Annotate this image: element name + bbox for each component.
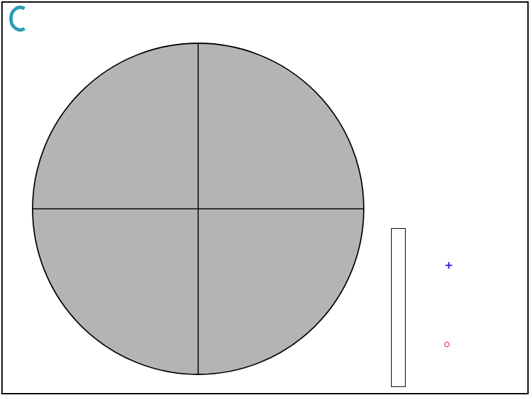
circle-marker-icon [444,342,450,347]
skymap-plot [32,43,364,375]
lowell-digisonde-logo [7,5,86,33]
legend-positive: + [444,261,460,270]
plus-marker-icon: + [444,261,454,270]
crescent-icon [7,5,27,32]
legend-negative [444,342,456,347]
doppler-colorbar [391,228,406,387]
